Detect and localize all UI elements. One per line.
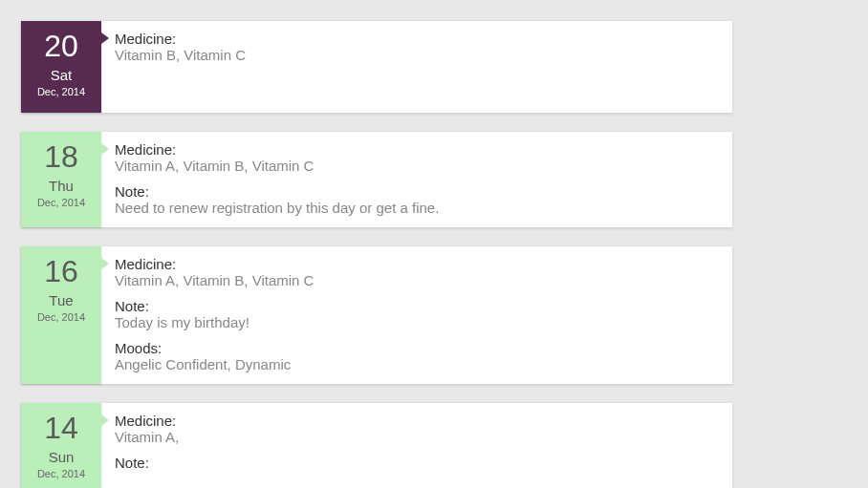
medicine-label: Medicine: — [115, 141, 719, 158]
day-number: 18 — [44, 141, 78, 172]
month-year: Dec, 2014 — [37, 86, 85, 97]
note-value: Need to renew registration by this day o… — [115, 200, 719, 216]
medicine-value: Vitamin A, — [115, 429, 719, 445]
entry-card[interactable]: 16 Tue Dec, 2014 Medicine: Vitamin A, Vi… — [21, 246, 732, 384]
moods-label: Moods: — [115, 340, 719, 356]
day-number: 20 — [44, 31, 78, 61]
day-number: 14 — [44, 413, 78, 443]
entry-content: Medicine: Vitamin A, Note: — [101, 403, 732, 488]
note-label: Note: — [115, 183, 719, 200]
entry-card[interactable]: 14 Sun Dec, 2014 Medicine: Vitamin A, No… — [21, 403, 732, 488]
entry-content: Medicine: Vitamin B, Vitamin C — [101, 21, 732, 113]
entry-content: Medicine: Vitamin A, Vitamin B, Vitamin … — [101, 246, 732, 384]
date-box: 18 Thu Dec, 2014 — [21, 132, 101, 227]
month-year: Dec, 2014 — [37, 311, 85, 323]
month-year: Dec, 2014 — [37, 197, 85, 208]
medicine-label: Medicine: — [115, 413, 719, 429]
note-label: Note: — [115, 455, 719, 471]
medicine-value: Vitamin A, Vitamin B, Vitamin C — [115, 272, 719, 288]
entries-list: 20 Sat Dec, 2014 Medicine: Vitamin B, Vi… — [21, 21, 732, 488]
note-label: Note: — [115, 298, 719, 314]
day-name: Sat — [51, 67, 73, 83]
medicine-value: Vitamin A, Vitamin B, Vitamin C — [115, 158, 719, 174]
date-box: 20 Sat Dec, 2014 — [21, 21, 101, 113]
date-box: 16 Tue Dec, 2014 — [21, 246, 101, 384]
entry-card[interactable]: 20 Sat Dec, 2014 Medicine: Vitamin B, Vi… — [21, 21, 732, 113]
day-name: Sun — [49, 449, 75, 465]
date-box: 14 Sun Dec, 2014 — [21, 403, 101, 488]
entry-content: Medicine: Vitamin A, Vitamin B, Vitamin … — [101, 132, 732, 227]
moods-value: Angelic Confident, Dynamic — [115, 356, 719, 372]
day-name: Tue — [49, 292, 73, 308]
day-name: Thu — [49, 178, 74, 194]
day-number: 16 — [44, 256, 78, 286]
entry-card[interactable]: 18 Thu Dec, 2014 Medicine: Vitamin A, Vi… — [21, 132, 732, 227]
medicine-value: Vitamin B, Vitamin C — [115, 47, 719, 63]
note-value: Today is my birthday! — [115, 314, 719, 330]
month-year: Dec, 2014 — [37, 468, 85, 479]
medicine-label: Medicine: — [115, 31, 719, 47]
medicine-label: Medicine: — [115, 256, 719, 272]
